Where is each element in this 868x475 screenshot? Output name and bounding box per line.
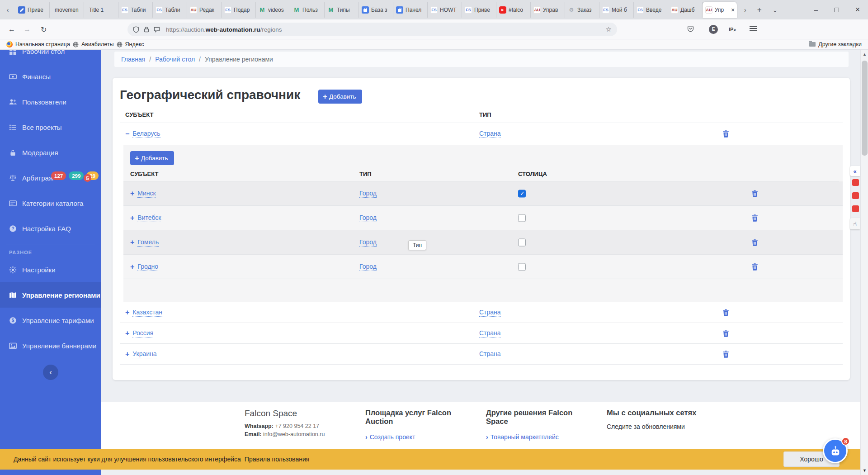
- expand-row-icon[interactable]: +: [130, 263, 134, 271]
- bookmark-item[interactable]: Начальная страница: [6, 41, 70, 48]
- sidebar-item-tariffs[interactable]: $ Управление тарифами: [0, 308, 101, 333]
- edge-notification-badge[interactable]: [852, 205, 859, 212]
- bookmark-star-icon[interactable]: ☆: [606, 25, 612, 33]
- city-link[interactable]: Гомель: [137, 238, 159, 247]
- other-bookmarks[interactable]: Другие закладки: [809, 41, 862, 48]
- sidebar-item-banners[interactable]: Управление баннерами: [0, 333, 101, 358]
- country-link[interactable]: Беларусь: [132, 130, 160, 138]
- type-link[interactable]: Страна: [479, 329, 501, 337]
- browser-tab[interactable]: Польз ×: [290, 2, 325, 18]
- sidebar-item-faq-settings[interactable]: ? Настройка FAQ: [0, 216, 101, 241]
- browser-tab[interactable]: videos ×: [256, 2, 290, 18]
- trash-icon[interactable]: [751, 214, 758, 222]
- type-link[interactable]: Город: [359, 263, 377, 271]
- city-link[interactable]: Минск: [137, 190, 156, 198]
- browser-tab[interactable]: Title 1 ×: [84, 2, 118, 18]
- expand-row-icon[interactable]: +: [125, 329, 129, 337]
- add-city-button[interactable]: +Добавить: [130, 151, 174, 165]
- pocket-icon[interactable]: [687, 26, 694, 32]
- capital-checkbox[interactable]: [518, 238, 526, 246]
- shield-icon[interactable]: [133, 26, 139, 33]
- capital-checkbox[interactable]: [518, 214, 526, 222]
- ip-extension-icon[interactable]: IP⌕: [729, 26, 736, 32]
- browser-tab[interactable]: Приве ×: [462, 2, 496, 18]
- expand-row-icon[interactable]: +: [130, 190, 134, 198]
- country-link[interactable]: Казахстан: [132, 309, 162, 317]
- capital-checkbox[interactable]: [518, 263, 526, 271]
- page-scrollbar[interactable]: ▲ ▼: [860, 50, 868, 475]
- window-minimize-button[interactable]: –: [806, 0, 826, 19]
- type-link[interactable]: Город: [359, 190, 377, 198]
- browser-tab[interactable]: Заказ ×: [565, 2, 599, 18]
- reload-icon[interactable]: ↻: [41, 25, 47, 33]
- permissions-icon[interactable]: [154, 27, 160, 33]
- type-link[interactable]: Страна: [479, 350, 501, 358]
- bookmark-item[interactable]: Начальная страница Авиабилеты Яндекс: [6, 41, 144, 48]
- trash-icon[interactable]: [722, 329, 729, 337]
- browser-tab[interactable]: Подар ×: [222, 2, 256, 18]
- browser-tab[interactable]: Управ ×: [531, 2, 565, 18]
- scrollbar-thumb[interactable]: [862, 61, 868, 156]
- trash-icon[interactable]: [751, 190, 758, 197]
- sidebar-item-settings[interactable]: Настройки: [0, 257, 101, 282]
- scroll-down-icon[interactable]: ▼: [861, 468, 868, 473]
- create-project-link[interactable]: ›Создать проект: [365, 433, 474, 441]
- scroll-up-icon[interactable]: ▲: [861, 52, 868, 57]
- browser-tab[interactable]: Табли ×: [118, 2, 153, 18]
- sidebar-item-regions[interactable]: Управление регионами: [0, 282, 101, 308]
- trash-icon[interactable]: [722, 350, 729, 358]
- trash-icon[interactable]: [722, 309, 729, 316]
- url-bar[interactable]: https://auction.web-automation.ru/region…: [127, 23, 617, 36]
- edge-notification-badge[interactable]: [852, 192, 859, 199]
- collapse-row-icon[interactable]: −: [125, 130, 129, 138]
- sidebar-item-projects[interactable]: Все проекты: [0, 114, 101, 140]
- sidebar-item-users[interactable]: Пользователи: [0, 89, 101, 114]
- lock-icon[interactable]: [143, 26, 150, 33]
- browser-tab[interactable]: Табли ×: [153, 2, 187, 18]
- browser-tab[interactable]: Редак ×: [187, 2, 222, 18]
- cookie-rules-link[interactable]: Правила пользования: [245, 456, 310, 463]
- window-restore-button[interactable]: [826, 0, 847, 19]
- bookmark-item[interactable]: Яндекс: [117, 41, 144, 48]
- sidebar-item-catalog-categories[interactable]: Категории каталога: [0, 190, 101, 216]
- browser-tab[interactable]: #falco ×: [496, 2, 531, 18]
- sidebar-item-moderation[interactable]: Модерация: [0, 140, 101, 165]
- expand-row-icon[interactable]: +: [130, 214, 134, 222]
- type-link[interactable]: Страна: [479, 309, 501, 317]
- trash-icon[interactable]: [751, 238, 758, 246]
- list-tabs-icon[interactable]: ⌄: [773, 6, 778, 14]
- browser-tab[interactable]: Панел ×: [393, 2, 428, 18]
- type-link[interactable]: Город: [359, 214, 377, 222]
- browser-tab[interactable]: movemen ×: [50, 2, 84, 18]
- country-link[interactable]: Украина: [132, 350, 156, 358]
- breadcrumb-home-link[interactable]: Главная: [121, 56, 145, 63]
- edge-collapse-tab[interactable]: «: [850, 166, 860, 176]
- back-icon[interactable]: ←: [8, 25, 15, 33]
- browser-tab[interactable]: Введе ×: [634, 2, 668, 18]
- edge-notification-badge[interactable]: [852, 179, 859, 186]
- window-close-button[interactable]: ×: [847, 0, 868, 19]
- browser-tab[interactable]: Дашб ×: [668, 2, 703, 18]
- type-link[interactable]: Страна: [479, 130, 501, 138]
- extension-e-avatar[interactable]: E: [709, 25, 718, 34]
- browser-tab[interactable]: Приве ×: [15, 2, 50, 18]
- marketplace-link[interactable]: ›Товарный маркетплейс: [486, 433, 594, 441]
- hamburger-menu-icon[interactable]: [750, 26, 757, 27]
- browser-tab[interactable]: Мой б ×: [599, 2, 634, 18]
- trash-icon[interactable]: [722, 130, 729, 138]
- country-link[interactable]: Россия: [132, 329, 153, 337]
- expand-row-icon[interactable]: +: [130, 238, 134, 247]
- scroll-tabs-right-icon[interactable]: ›: [744, 6, 746, 14]
- edge-hand-tool[interactable]: ☝: [850, 218, 860, 229]
- expand-row-icon[interactable]: +: [125, 309, 129, 317]
- tab-close-icon[interactable]: ×: [731, 6, 735, 14]
- forward-icon[interactable]: →: [24, 25, 31, 33]
- browser-tab[interactable]: Типы ×: [325, 2, 359, 18]
- add-region-button[interactable]: +Добавить: [318, 90, 362, 104]
- bookmark-item[interactable]: Авиабилеты: [73, 41, 114, 48]
- sidebar-collapse-button[interactable]: ‹: [43, 365, 58, 380]
- type-link[interactable]: Город: [359, 238, 377, 247]
- browser-tab[interactable]: HOWT ×: [428, 2, 462, 18]
- breadcrumb-desktop-link[interactable]: Рабочий стол: [155, 56, 195, 63]
- city-link[interactable]: Витебск: [137, 214, 161, 222]
